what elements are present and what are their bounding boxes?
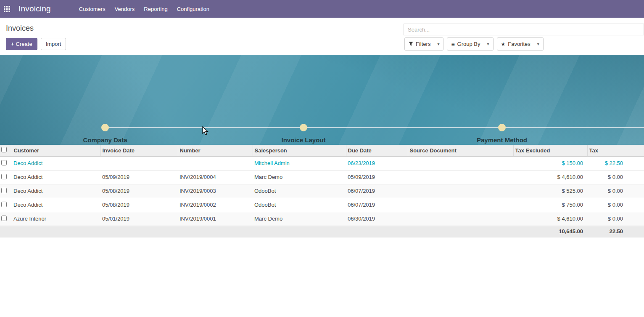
apps-grid-icon[interactable] <box>4 6 15 12</box>
totals-spacer <box>0 226 513 237</box>
nav-item-configuration[interactable]: Configuration <box>172 1 214 17</box>
column-header-number[interactable]: Number <box>178 145 253 156</box>
cell-source-document[interactable] <box>408 198 513 212</box>
row-checkbox[interactable] <box>1 202 7 207</box>
cell-number[interactable]: INV/2019/0002 <box>178 198 253 212</box>
caret-down-icon: ▾ <box>434 41 439 47</box>
cell-due-date[interactable]: 06/23/2019 <box>346 156 408 170</box>
cell-invoice-date[interactable]: 05/09/2019 <box>100 170 178 184</box>
cell-tax[interactable]: $ 0.00 <box>587 184 644 198</box>
table-row[interactable]: Deco Addict Mitchell Admin 06/23/2019 $ … <box>0 156 644 170</box>
column-header-tax-excluded[interactable]: Tax Excluded <box>513 145 587 156</box>
table-row[interactable]: Azure Interior 05/01/2019 INV/2019/0001 … <box>0 212 644 226</box>
row-checkbox[interactable] <box>1 216 7 221</box>
caret-down-icon: ▾ <box>484 41 489 47</box>
onboarding-step-company-data: Company Data Set your company's data for… <box>42 136 168 145</box>
create-button[interactable]: +Create <box>6 38 37 50</box>
table-row[interactable]: Deco Addict 05/08/2019 INV/2019/0002 Odo… <box>0 198 644 212</box>
cell-invoice-date[interactable]: 05/08/2019 <box>100 198 178 212</box>
row-checkbox-cell[interactable] <box>0 212 12 226</box>
row-checkbox[interactable] <box>1 174 7 179</box>
cell-salesperson[interactable]: OdooBot <box>253 184 346 198</box>
cell-tax-excluded[interactable]: $ 4,610.00 <box>513 170 587 184</box>
cell-number[interactable]: INV/2019/0003 <box>178 184 253 198</box>
cell-customer[interactable]: Deco Addict <box>12 198 100 212</box>
cell-source-document[interactable] <box>408 184 513 198</box>
cell-number[interactable] <box>178 156 253 170</box>
filters-button[interactable]: Filters ▾ <box>404 37 443 51</box>
cell-salesperson[interactable]: Mitchell Admin <box>253 156 346 170</box>
main-menu: Customers Vendors Reporting Configuratio… <box>74 1 214 17</box>
search-input[interactable] <box>404 24 644 35</box>
step-title: Company Data <box>42 136 168 144</box>
cell-customer[interactable]: Deco Addict <box>12 184 100 198</box>
group-by-button[interactable]: ≡ Group By ▾ <box>447 37 493 51</box>
cell-tax-excluded[interactable]: $ 150.00 <box>513 156 587 170</box>
top-navbar: Invoicing Customers Vendors Reporting Co… <box>0 0 644 18</box>
row-checkbox[interactable] <box>1 188 7 193</box>
nav-item-reporting[interactable]: Reporting <box>139 1 172 17</box>
nav-item-customers[interactable]: Customers <box>74 1 110 17</box>
caret-down-icon: ▾ <box>534 41 539 47</box>
row-checkbox-cell[interactable] <box>0 198 12 212</box>
column-header-tax[interactable]: Tax <box>587 145 644 156</box>
cell-tax[interactable]: $ 0.00 <box>587 170 644 184</box>
cell-tax[interactable]: $ 22.50 <box>587 156 644 170</box>
cell-invoice-date[interactable]: 05/01/2019 <box>100 212 178 226</box>
table-totals-row: 10,645.00 22.50 <box>0 226 644 237</box>
cell-tax[interactable]: $ 0.00 <box>587 198 644 212</box>
column-header-due-date[interactable]: Due Date <box>346 145 408 156</box>
row-checkbox-cell[interactable] <box>0 156 12 170</box>
cell-salesperson[interactable]: Marc Demo <box>253 212 346 226</box>
cell-salesperson[interactable]: OdooBot <box>253 198 346 212</box>
table-row[interactable]: Deco Addict 05/09/2019 INV/2019/0004 Mar… <box>0 170 644 184</box>
total-tax: 22.50 <box>587 226 644 237</box>
cell-salesperson[interactable]: Marc Demo <box>253 170 346 184</box>
step-dot-payment-method <box>498 124 506 131</box>
favorites-button[interactable]: ★ Favorites ▾ <box>497 37 544 51</box>
cell-tax-excluded[interactable]: $ 750.00 <box>513 198 587 212</box>
cell-customer[interactable]: Azure Interior <box>12 212 100 226</box>
cell-due-date[interactable]: 05/09/2019 <box>346 170 408 184</box>
cell-tax[interactable]: $ 0.00 <box>587 212 644 226</box>
step-dot-company-data <box>101 124 109 131</box>
app-title[interactable]: Invoicing <box>18 4 51 13</box>
cell-source-document[interactable] <box>408 156 513 170</box>
star-icon: ★ <box>501 41 506 47</box>
row-checkbox-cell[interactable] <box>0 184 12 198</box>
cell-due-date[interactable]: 06/07/2019 <box>346 198 408 212</box>
row-checkbox-cell[interactable] <box>0 170 12 184</box>
total-tax-excluded: 10,645.00 <box>513 226 587 237</box>
step-dot-invoice-layout <box>300 124 307 131</box>
nav-item-vendors[interactable]: Vendors <box>110 1 140 17</box>
onboarding-step-invoice-layout: Invoice Layout Customize the look of you… <box>240 136 367 145</box>
cell-invoice-date[interactable]: 05/08/2019 <box>100 184 178 198</box>
step-title: Invoice Layout <box>240 136 367 144</box>
invoices-table: Customer Invoice Date Number Salesperson… <box>0 145 644 237</box>
cell-source-document[interactable] <box>408 212 513 226</box>
import-button[interactable]: Import <box>41 38 66 50</box>
cell-tax-excluded[interactable]: $ 525.00 <box>513 184 587 198</box>
control-panel: Invoices +Create Import Filters ▾ ≡ Grou… <box>0 18 644 55</box>
onboarding-timeline <box>105 127 644 128</box>
column-header-invoice-date[interactable]: Invoice Date <box>100 145 178 156</box>
cell-source-document[interactable] <box>408 170 513 184</box>
step-title: Payment Method <box>439 136 565 144</box>
cell-tax-excluded[interactable]: $ 4,610.00 <box>513 212 587 226</box>
column-header-customer[interactable]: Customer <box>12 145 100 156</box>
cell-due-date[interactable]: 06/07/2019 <box>346 184 408 198</box>
cell-invoice-date[interactable] <box>100 156 178 170</box>
select-all-checkbox-cell[interactable] <box>0 145 12 156</box>
select-all-checkbox[interactable] <box>1 147 7 152</box>
row-checkbox[interactable] <box>1 160 7 165</box>
table-row[interactable]: Deco Addict 05/08/2019 INV/2019/0003 Odo… <box>0 184 644 198</box>
cell-number[interactable]: INV/2019/0001 <box>178 212 253 226</box>
cell-due-date[interactable]: 06/30/2019 <box>346 212 408 226</box>
onboarding-banner: Company Data Set your company's data for… <box>0 55 644 145</box>
column-header-source-document[interactable]: Source Document <box>408 145 513 156</box>
cell-customer[interactable]: Deco Addict <box>12 156 100 170</box>
search-filter-bar: Filters ▾ ≡ Group By ▾ ★ Favorites ▾ <box>404 37 544 51</box>
cell-customer[interactable]: Deco Addict <box>12 170 100 184</box>
column-header-salesperson[interactable]: Salesperson <box>253 145 346 156</box>
cell-number[interactable]: INV/2019/0004 <box>178 170 253 184</box>
